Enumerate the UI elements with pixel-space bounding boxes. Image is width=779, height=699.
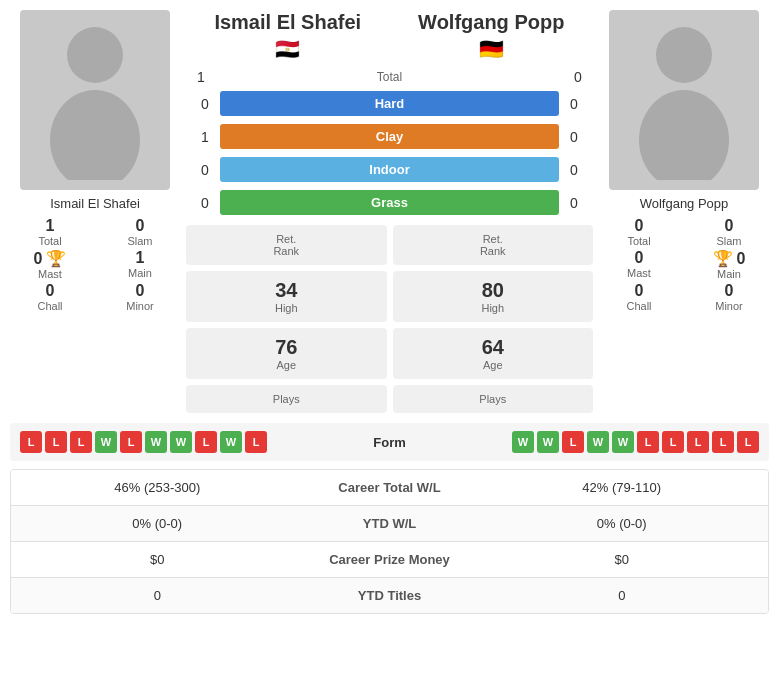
stats-center-0: Career Total W/L: [290, 480, 490, 495]
form-pill-left: L: [45, 431, 67, 453]
stats-right-2: $0: [490, 552, 755, 567]
right-mast-label: Mast: [599, 267, 679, 279]
surface-section: 0 Hard 0 1 Clay 0 0 Indoor 0 0 Grass 0: [186, 89, 593, 217]
left-form: LLLWLWWLWL: [20, 431, 346, 453]
left-minor-value: 0: [100, 282, 180, 300]
right-total-score: 0: [563, 69, 593, 85]
left-player-stats: 1 Total 0 Slam 0 🏆 Mast 1 Main 0 Chall: [10, 217, 180, 312]
left-rank-label: Rank: [196, 245, 377, 257]
form-pill-left: L: [195, 431, 217, 453]
right-mast-value: 0: [599, 249, 679, 267]
right-total-label: Total: [599, 235, 679, 247]
right-plays-meta: Plays: [393, 385, 594, 413]
svg-point-0: [67, 27, 123, 83]
stats-center-3: YTD Titles: [290, 588, 490, 603]
right-ret-label: Ret.: [403, 233, 584, 245]
right-slam-label: Slam: [689, 235, 769, 247]
left-flag: 🇪🇬: [186, 37, 390, 61]
stats-left-1: 0% (0-0): [25, 516, 290, 531]
form-pill-left: W: [170, 431, 192, 453]
right-form: WWLWWLLLLL: [434, 431, 760, 453]
form-pill-left: L: [70, 431, 92, 453]
stats-row: 46% (253-300) Career Total W/L 42% (79-1…: [11, 470, 768, 506]
form-pill-right: L: [712, 431, 734, 453]
surface-grass-row: 0 Grass 0: [190, 188, 589, 217]
clay-badge: Clay: [220, 124, 559, 149]
right-rank-meta: Ret. Rank: [393, 225, 594, 265]
stats-row: $0 Career Prize Money $0: [11, 542, 768, 578]
svg-point-1: [50, 90, 140, 180]
surface-clay-row: 1 Clay 0: [190, 122, 589, 151]
stats-right-0: 42% (79-110): [490, 480, 755, 495]
surface-hard-row: 0 Hard 0: [190, 89, 589, 118]
right-high-value: 80: [403, 279, 584, 302]
form-pill-right: L: [637, 431, 659, 453]
right-player-avatar: [609, 10, 759, 190]
stats-row: 0% (0-0) YTD W/L 0% (0-0): [11, 506, 768, 542]
left-high-label: High: [196, 302, 377, 314]
left-age-label: Age: [196, 359, 377, 371]
stats-right-1: 0% (0-0): [490, 516, 755, 531]
stats-table: 46% (253-300) Career Total W/L 42% (79-1…: [10, 469, 769, 614]
svg-point-2: [656, 27, 712, 83]
form-pill-left: L: [120, 431, 142, 453]
form-pill-right: L: [737, 431, 759, 453]
right-player-title: Wolfgang Popp: [390, 10, 594, 34]
form-pill-right: L: [562, 431, 584, 453]
right-age-value: 64: [403, 336, 584, 359]
right-minor-value: 0: [689, 282, 769, 300]
right-flag: 🇩🇪: [390, 37, 594, 61]
left-trophy-icon: 🏆: [46, 249, 66, 268]
left-plays-label: Plays: [196, 393, 377, 405]
hard-right-score: 0: [559, 96, 589, 112]
left-player-avatar: [20, 10, 170, 190]
left-chall-label: Chall: [10, 300, 90, 312]
form-pill-left: L: [245, 431, 267, 453]
right-chall-value: 0: [599, 282, 679, 300]
form-pill-right: W: [512, 431, 534, 453]
left-slam-value: 0: [100, 217, 180, 235]
total-row: 1 Total 0: [186, 65, 593, 89]
left-plays-meta: Plays: [186, 385, 387, 413]
stats-center-2: Career Prize Money: [290, 552, 490, 567]
right-age-meta: 64 Age: [393, 328, 594, 379]
right-main-label: Main: [689, 268, 769, 280]
right-slam-value: 0: [689, 217, 769, 235]
clay-left-score: 1: [190, 129, 220, 145]
left-high-meta: 34 High: [186, 271, 387, 322]
grass-left-score: 0: [190, 195, 220, 211]
left-mast-label: Mast: [10, 268, 90, 280]
svg-point-3: [639, 90, 729, 180]
stats-row: 0 YTD Titles 0: [11, 578, 768, 613]
right-player-name: Wolfgang Popp: [640, 196, 729, 211]
right-rank-label: Rank: [403, 245, 584, 257]
indoor-right-score: 0: [559, 162, 589, 178]
left-age-meta: 76 Age: [186, 328, 387, 379]
form-section: LLLWLWWLWL Form WWLWWLLLLL: [10, 423, 769, 461]
left-total-value: 1: [10, 217, 90, 235]
form-pill-left: W: [220, 431, 242, 453]
stats-right-3: 0: [490, 588, 755, 603]
form-label: Form: [350, 435, 430, 450]
left-total-label: Total: [10, 235, 90, 247]
form-pill-left: L: [20, 431, 42, 453]
left-player-name: Ismail El Shafei: [50, 196, 140, 211]
stats-center-1: YTD W/L: [290, 516, 490, 531]
stats-left-3: 0: [25, 588, 290, 603]
clay-right-score: 0: [559, 129, 589, 145]
grass-right-score: 0: [559, 195, 589, 211]
left-main-label: Main: [100, 267, 180, 279]
left-mast-value: 0 🏆: [10, 249, 90, 268]
top-section: Ismail El Shafei 1 Total 0 Slam 0 🏆 Mast…: [0, 0, 779, 413]
left-age-value: 76: [196, 336, 377, 359]
right-player-stats: 0 Total 0 Slam 0 Mast 🏆 0 Main 0 Chall: [599, 217, 769, 312]
right-high-meta: 80 High: [393, 271, 594, 322]
left-ret-label: Ret.: [196, 233, 377, 245]
right-age-label: Age: [403, 359, 584, 371]
stats-left-2: $0: [25, 552, 290, 567]
left-rank-meta: Ret. Rank: [186, 225, 387, 265]
form-pill-right: L: [662, 431, 684, 453]
indoor-badge: Indoor: [220, 157, 559, 182]
total-label: Total: [216, 70, 563, 84]
left-player-title: Ismail El Shafei: [186, 10, 390, 34]
